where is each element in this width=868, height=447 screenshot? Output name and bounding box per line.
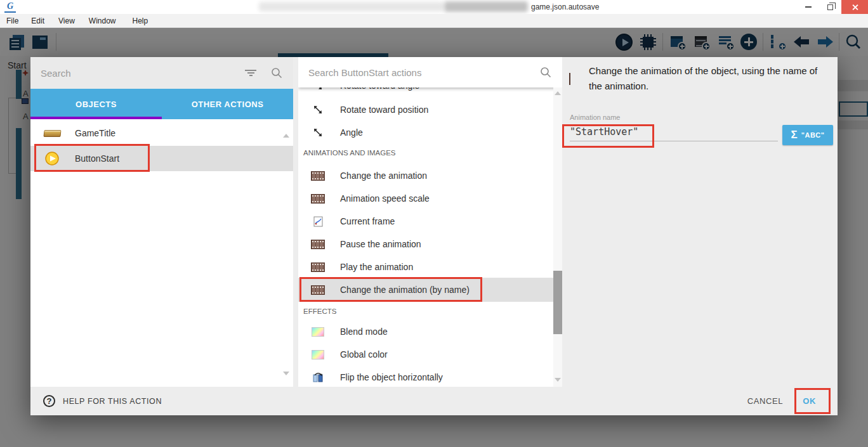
scroll-up-icon[interactable] <box>283 123 291 131</box>
blend-mode-icon <box>310 327 326 337</box>
expression-editor-button[interactable]: Σ "ABC" <box>782 125 833 145</box>
filmstrip-icon <box>310 285 326 295</box>
action-item[interactable]: Rotate toward position <box>298 98 553 121</box>
action-item[interactable]: Pause the animation <box>298 233 553 256</box>
list-item-buttonstart[interactable]: ButtonStart <box>30 146 293 171</box>
action-item[interactable]: Blend mode <box>298 320 553 343</box>
ok-button[interactable]: OK <box>803 387 816 415</box>
object-search-input[interactable] <box>30 68 245 79</box>
scroll-up-icon[interactable] <box>555 91 561 95</box>
search-icon[interactable] <box>539 66 552 79</box>
menu-window[interactable]: Window <box>85 16 120 25</box>
action-item[interactable]: Current frame <box>298 210 553 233</box>
menu-file[interactable]: File <box>3 16 22 25</box>
action-parameters-panel: Change the animation of the object, usin… <box>562 57 838 387</box>
gdevelop-logo-icon: G <box>4 1 16 13</box>
menu-view[interactable]: View <box>55 16 79 25</box>
chooser-tabs: OBJECTS OTHER ACTIONS <box>30 89 293 119</box>
help-icon: ? <box>43 395 55 407</box>
section-header: EFFECTS <box>303 302 544 320</box>
filmstrip-icon <box>310 194 326 204</box>
animation-name-input[interactable] <box>570 122 778 141</box>
filmstrip-icon <box>310 240 326 249</box>
flip-icon <box>310 372 326 383</box>
title-bar: G game.json.autosave <box>0 0 868 14</box>
buttonstart-play-icon <box>43 152 61 165</box>
action-item[interactable]: Global color <box>298 343 553 366</box>
action-description: Change the animation of the object, usin… <box>589 63 829 94</box>
object-chooser-panel: OBJECTS OTHER ACTIONS GameTitle ButtonSt… <box>30 57 293 387</box>
action-chooser-panel: Rotate toward angle Rotate toward positi… <box>298 57 562 387</box>
rotate-icon <box>310 105 326 115</box>
window-title: game.json.autosave <box>531 3 599 11</box>
filmstrip-icon <box>569 74 570 85</box>
action-item[interactable]: Angle <box>298 121 553 144</box>
menu-help[interactable]: Help <box>129 16 152 25</box>
action-item[interactable]: Flip the object horizontally <box>298 366 553 387</box>
scroll-down-icon[interactable] <box>283 375 291 383</box>
field-label: Animation name <box>570 113 621 121</box>
frame-icon <box>310 216 326 227</box>
rotate-icon <box>310 127 326 138</box>
scrollbar-thumb[interactable] <box>553 271 562 334</box>
help-button[interactable]: ? HELP FOR THIS ACTION <box>43 387 162 415</box>
minimize-icon[interactable] <box>798 0 819 14</box>
filmstrip-icon <box>310 171 326 181</box>
object-search-bar <box>30 57 293 89</box>
action-search-bar <box>298 57 562 87</box>
action-item-selected[interactable]: Change the animation (by name) <box>298 278 553 302</box>
action-search-input[interactable] <box>298 67 539 78</box>
redacted-path-blur <box>259 2 444 11</box>
sigma-icon: Σ <box>791 129 798 141</box>
action-item[interactable]: Play the animation <box>298 256 553 278</box>
action-item[interactable]: Change the animation <box>298 164 553 187</box>
tab-other-actions[interactable]: OTHER ACTIONS <box>162 89 293 119</box>
scrollbar[interactable] <box>553 87 562 387</box>
tab-objects[interactable]: OBJECTS <box>30 89 162 119</box>
section-header: ANIMATIONS AND IMAGES <box>303 144 544 162</box>
action-item[interactable]: Animation speed scale <box>298 187 553 210</box>
search-icon[interactable] <box>270 67 283 79</box>
menu-bar: File Edit View Window Help <box>0 14 868 28</box>
global-color-icon <box>310 350 326 360</box>
gametitle-thumbnail-icon <box>43 130 61 137</box>
cancel-button[interactable]: CANCEL <box>747 387 783 415</box>
restore-icon[interactable] <box>820 0 840 14</box>
scroll-down-icon[interactable] <box>555 378 561 382</box>
menu-edit[interactable]: Edit <box>27 16 48 25</box>
action-editor-dialog: OBJECTS OTHER ACTIONS GameTitle ButtonSt… <box>30 57 838 415</box>
filter-icon[interactable] <box>245 68 256 77</box>
filmstrip-icon <box>310 262 326 272</box>
close-icon[interactable] <box>841 0 868 14</box>
redacted-path-blur <box>444 1 528 12</box>
object-list: GameTitle ButtonStart <box>30 119 293 387</box>
dialog-footer: ? HELP FOR THIS ACTION CANCEL OK <box>30 387 838 415</box>
list-item-gametitle[interactable]: GameTitle <box>30 120 293 146</box>
